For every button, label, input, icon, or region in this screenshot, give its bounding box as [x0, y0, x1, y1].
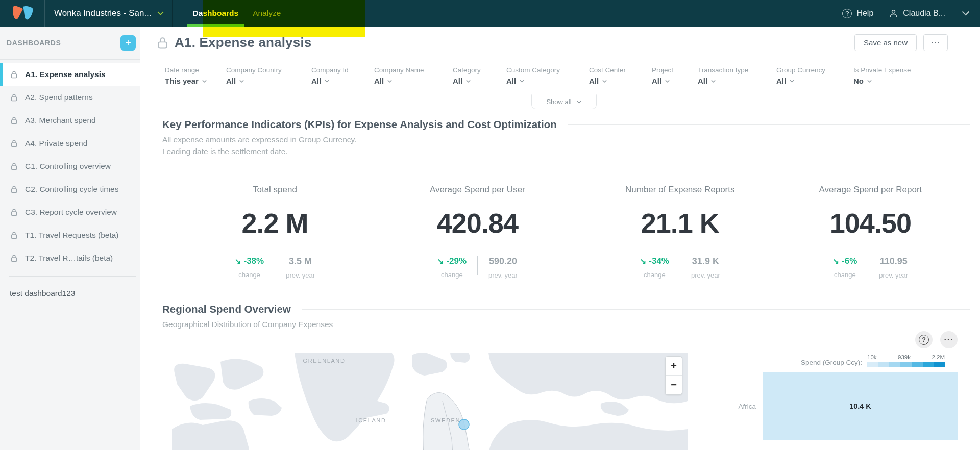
- color-scale-bar: [867, 362, 945, 367]
- filter-label: Custom Category: [506, 66, 589, 74]
- sidebar-item-label: T1. Travel Requests (beta): [25, 231, 119, 240]
- filter-custom-category[interactable]: Custom Category All: [506, 59, 589, 94]
- sidebar-item-t1-travel-requests[interactable]: T1. Travel Requests (beta): [0, 223, 140, 246]
- kpi-prev-block: 31.9 K prev. year: [680, 256, 731, 279]
- kpi-comparison: ↘-34% change 31.9 K prev. year: [579, 256, 781, 279]
- filter-label: Group Currency: [776, 66, 853, 74]
- sidebar-item-t2-travel-details[interactable]: T2. Travel R…tails (beta): [0, 246, 140, 269]
- filter-label: Cost Center: [589, 66, 652, 74]
- kpi-comparison: ↘-38% change 3.5 M prev. year: [174, 256, 376, 279]
- more-options-button[interactable]: ···: [923, 34, 948, 51]
- sidebar-item-a3-merchant-spend[interactable]: A3. Merchant spend: [0, 109, 140, 132]
- filter-label: Project: [652, 66, 698, 74]
- tab-analyze[interactable]: Analyze: [246, 0, 288, 27]
- sidebar-item-label: A4. Private spend: [25, 139, 87, 148]
- page-title: A1. Expense analysis: [175, 35, 311, 51]
- zoom-in-button[interactable]: +: [666, 357, 682, 376]
- page-header: A1. Expense analysis Save as new ···: [140, 27, 980, 59]
- user-chevron-down-icon[interactable]: [962, 11, 970, 16]
- kpi-prev-block: 110.95 prev. year: [868, 256, 919, 279]
- question-icon: ?: [919, 335, 929, 345]
- title-lock-icon: [157, 36, 168, 49]
- app-logo[interactable]: [0, 0, 45, 27]
- lock-icon: [11, 162, 17, 170]
- lock-icon: [11, 185, 17, 193]
- lock-icon: [11, 254, 17, 262]
- sidebar-item-label: A1. Expense analysis: [25, 70, 106, 79]
- zoom-out-button[interactable]: −: [666, 376, 682, 394]
- sidebar-item-test-dashboard123[interactable]: test dashboard123: [0, 277, 140, 298]
- sidebar-item-c1-controlling-overview[interactable]: C1. Controlling overview: [0, 155, 140, 178]
- filter-label: Is Private Expense: [853, 66, 930, 74]
- scale-tick-mid: 939k: [898, 354, 911, 360]
- filter-value: All: [776, 77, 786, 85]
- save-as-new-button[interactable]: Save as new: [854, 34, 917, 51]
- filter-value: All: [506, 77, 516, 85]
- sidebar-item-a1-expense-analysis[interactable]: A1. Expense analysis: [0, 63, 140, 86]
- kpi-section-title: Key Performance Indicators (KPIs) for Ex…: [162, 118, 557, 131]
- tab-dashboards[interactable]: Dashboards: [186, 0, 246, 27]
- company-selector[interactable]: Wonka Industries - San...: [45, 0, 173, 27]
- kpi-label: Average Spend per User: [419, 169, 536, 196]
- kpi-prev-label: prev. year: [879, 271, 908, 279]
- sidebar-item-c3-report-cycle-overview[interactable]: C3. Report cycle overview: [0, 201, 140, 223]
- filter-label: Company Name: [374, 66, 453, 74]
- regional-section-subtitle: Geographical Distribution of Company Exp…: [162, 320, 980, 329]
- kpi-value: 21.1 K: [579, 207, 781, 239]
- page-actions: Save as new ···: [854, 34, 948, 51]
- map-label-iceland: ICELAND: [356, 417, 386, 423]
- kpi-total-spend: Total spend 2.2 M ↘-38% change 3.5 M pre…: [174, 169, 376, 279]
- chevron-down-icon: [520, 80, 524, 83]
- kpi-change-label: change: [833, 271, 857, 279]
- lock-icon: [11, 70, 17, 79]
- kpi-prev-label: prev. year: [286, 271, 315, 279]
- user-name: Claudia B...: [903, 9, 945, 18]
- map-zoom-control: + −: [665, 356, 682, 395]
- filter-category[interactable]: Category All: [453, 59, 506, 94]
- filter-value: No: [853, 77, 864, 85]
- lock-icon: [11, 231, 17, 239]
- kpi-comparison: ↘-29% change 590.20 prev. year: [376, 256, 579, 279]
- lock-icon: [11, 116, 17, 124]
- kpi-change-block: ↘-38% change: [224, 256, 275, 279]
- show-all-filters-button[interactable]: Show all: [531, 94, 597, 109]
- filter-company-id[interactable]: Company Id All: [311, 59, 374, 94]
- filter-project[interactable]: Project All: [652, 59, 698, 94]
- filter-company-country[interactable]: Company Country All: [226, 59, 311, 94]
- map-spend-marker[interactable]: [459, 419, 469, 430]
- filter-transaction-type[interactable]: Transaction type All: [698, 59, 776, 94]
- filter-cost-center[interactable]: Cost Center All: [589, 59, 652, 94]
- user-menu[interactable]: Claudia B...: [889, 9, 945, 18]
- filter-is-private-expense[interactable]: Is Private Expense No: [853, 59, 930, 94]
- main-content: A1. Expense analysis Save as new ··· Dat…: [140, 27, 980, 450]
- world-map[interactable]: GREENLAND ICELAND SWEDEN + −: [172, 353, 688, 450]
- help-icon: ?: [842, 9, 852, 18]
- ellipsis-icon: ···: [944, 335, 954, 344]
- chart-help-button[interactable]: ?: [915, 331, 933, 348]
- filter-company-name[interactable]: Company Name All: [374, 59, 453, 94]
- regional-content-row: GREENLAND ICELAND SWEDEN + − ? ···: [140, 338, 980, 450]
- filter-group-currency[interactable]: Group Currency All: [776, 59, 853, 94]
- sidebar-item-a2-spend-patterns[interactable]: A2. Spend patterns: [0, 86, 140, 109]
- logo-icon: [9, 5, 36, 22]
- kpi-value: 420.84: [376, 207, 579, 239]
- kpi-comparison: ↘-6% change 110.95 prev. year: [781, 256, 960, 279]
- bar-africa[interactable]: 10.4 K: [763, 372, 958, 440]
- tab-dashboards-label: Dashboards: [193, 9, 239, 18]
- chevron-down-icon: [602, 80, 607, 83]
- chart-more-button[interactable]: ···: [940, 331, 958, 348]
- filter-value: All: [374, 77, 384, 85]
- sidebar-item-c2-controlling-cycle-times[interactable]: C2. Controlling cycle times: [0, 178, 140, 201]
- map-label-greenland: GREENLAND: [303, 358, 346, 364]
- kpi-prev-value: 31.9 K: [691, 256, 720, 267]
- app-window: Wonka Industries - San... Dashboards Ana…: [0, 0, 980, 450]
- kpi-section-subtitle-2: Leading date is the settlement date.: [162, 147, 980, 156]
- add-dashboard-button[interactable]: +: [120, 35, 136, 51]
- filter-label: Company Id: [311, 66, 374, 74]
- help-button[interactable]: ? Help: [842, 9, 873, 18]
- filter-date-range[interactable]: Date range This year: [165, 59, 226, 94]
- kpi-prev-label: prev. year: [691, 271, 720, 279]
- kpi-section-header: Key Performance Indicators (KPIs) for Ex…: [162, 118, 970, 131]
- sidebar-item-a4-private-spend[interactable]: A4. Private spend: [0, 132, 140, 155]
- chevron-down-icon: [157, 11, 164, 15]
